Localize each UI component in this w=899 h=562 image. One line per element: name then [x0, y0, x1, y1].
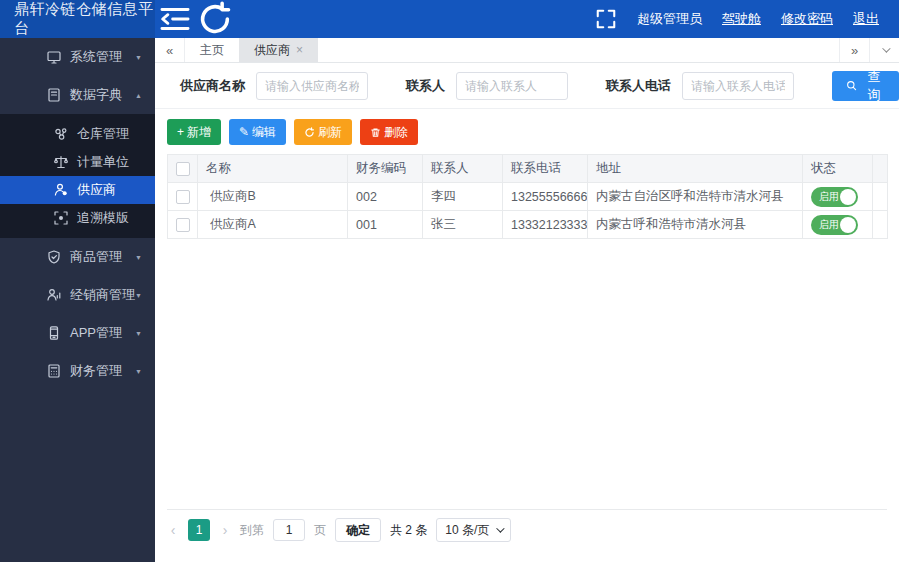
- tab-home[interactable]: 主页: [185, 38, 239, 62]
- goto-page-label: 到第: [240, 522, 264, 539]
- sidebar-item-label: 系统管理: [70, 48, 135, 66]
- sidebar-item-label: 供应商: [77, 181, 155, 199]
- tabs-menu-icon[interactable]: [869, 38, 899, 62]
- status-toggle[interactable]: 启用: [811, 215, 858, 235]
- contact-phone-label: 联系人电话: [606, 77, 671, 95]
- delete-button[interactable]: 删除: [360, 119, 418, 145]
- column-header-code: 财务编码: [348, 155, 423, 183]
- tab-supplier[interactable]: 供应商 ×: [239, 38, 318, 62]
- query-button[interactable]: 查询: [832, 71, 899, 101]
- calculator-icon: [46, 363, 62, 379]
- supplier-name-input[interactable]: [256, 72, 368, 100]
- supplier-name-label: 供应商名称: [180, 77, 245, 95]
- pencil-icon: ✎: [239, 126, 249, 138]
- refresh-button[interactable]: 刷新: [294, 119, 352, 145]
- select-all-checkbox[interactable]: [176, 162, 190, 176]
- sidebar-item-label: 商品管理: [70, 248, 135, 266]
- goto-confirm-button[interactable]: 确定: [335, 518, 381, 542]
- pagination: ‹ 1 › 到第 页 确定 共 2 条 10 条/页: [167, 509, 887, 542]
- row-checkbox[interactable]: [176, 218, 190, 232]
- table-panel: + 新增 ✎ 编辑 刷新 删除: [155, 109, 899, 562]
- cell-phone: 13332123333: [503, 211, 588, 239]
- prev-page-icon[interactable]: ‹: [167, 522, 179, 538]
- refresh-button-label: 刷新: [318, 124, 342, 141]
- sidebar-item-dictionary[interactable]: 数据字典 ▲: [0, 76, 155, 114]
- column-header-filler: [873, 155, 888, 183]
- sidebar-item-system[interactable]: 系统管理 ▼: [0, 38, 155, 76]
- sidebar-item-trace-template[interactable]: 追溯模版: [0, 204, 155, 232]
- sidebar-item-finance[interactable]: 财务管理 ▼: [0, 352, 155, 390]
- sidebar-item-app[interactable]: APP管理 ▼: [0, 314, 155, 352]
- search-group-phone: 联系人电话: [606, 72, 794, 100]
- chevron-down-icon: ▼: [135, 254, 142, 261]
- next-page-icon[interactable]: ›: [219, 522, 231, 538]
- sidebar-submenu: 仓库管理 计量单位 供应商 追溯模版: [0, 114, 155, 238]
- refresh-icon[interactable]: [195, 0, 235, 38]
- contact-input[interactable]: [456, 72, 568, 100]
- table-row[interactable]: 供应商B 002 李四 13255556666 内蒙古自治区呼和浩特市清水河县 …: [168, 183, 888, 211]
- tabs-scroll-right-icon[interactable]: »: [839, 38, 869, 62]
- scale-icon: [53, 154, 69, 170]
- sidebar-item-goods[interactable]: 商品管理 ▼: [0, 238, 155, 276]
- chevron-down-icon: ▼: [135, 368, 142, 375]
- page-size-value: 10 条/页: [445, 522, 489, 539]
- search-group-name: 供应商名称: [180, 72, 368, 100]
- panel-spacer: [167, 239, 887, 509]
- phone-icon: [46, 325, 62, 341]
- close-icon[interactable]: ×: [296, 44, 303, 56]
- add-button[interactable]: + 新增: [167, 119, 221, 145]
- cell-address: 内蒙古自治区呼和浩特市清水河县: [588, 183, 803, 211]
- sidebar-item-unit[interactable]: 计量单位: [0, 148, 155, 176]
- chevron-down-icon: ▼: [135, 330, 142, 337]
- column-header-status: 状态: [803, 155, 873, 183]
- tabs-scroll-left-icon[interactable]: «: [155, 38, 185, 62]
- delete-button-label: 删除: [384, 124, 408, 141]
- toggle-knob: [840, 217, 856, 233]
- chevron-up-icon: ▲: [135, 92, 142, 99]
- sidebar-item-label: APP管理: [70, 324, 135, 342]
- toolbar: + 新增 ✎ 编辑 刷新 删除: [167, 119, 887, 145]
- sidebar-item-label: 仓库管理: [77, 125, 155, 143]
- chevron-down-icon: ▼: [135, 54, 142, 61]
- collapse-sidebar-icon[interactable]: [155, 0, 195, 38]
- search-group-contact: 联系人: [406, 72, 568, 100]
- refresh-icon: [304, 127, 315, 138]
- warehouse-icon: [53, 126, 69, 142]
- trash-icon: [370, 127, 381, 138]
- tab-bar-right: »: [839, 38, 899, 62]
- plus-icon: +: [177, 126, 184, 138]
- sidebar-item-dealer[interactable]: 经销商管理 ▼: [0, 276, 155, 314]
- cell-name: 供应商B: [198, 183, 348, 211]
- chevron-down-icon: [882, 44, 890, 52]
- query-button-label: 查询: [863, 68, 885, 104]
- tab-label: 主页: [200, 42, 224, 59]
- cell-phone: 13255556666: [503, 183, 588, 211]
- current-page-button[interactable]: 1: [188, 519, 210, 541]
- chevron-down-icon: ▼: [135, 292, 142, 299]
- cell-contact: 李四: [423, 183, 503, 211]
- sidebar-item-supplier[interactable]: 供应商: [0, 176, 155, 204]
- sidebar-item-label: 计量单位: [77, 153, 155, 171]
- fullscreen-icon[interactable]: [595, 0, 617, 38]
- page-size-select[interactable]: 10 条/页: [436, 518, 511, 542]
- column-header-contact: 联系人: [423, 155, 503, 183]
- logout-link[interactable]: 退出: [853, 10, 879, 28]
- sidebar-item-warehouse[interactable]: 仓库管理: [0, 120, 155, 148]
- status-toggle[interactable]: 启用: [811, 187, 858, 207]
- change-password-link[interactable]: 修改密码: [781, 10, 833, 28]
- monitor-icon: [46, 49, 62, 65]
- edit-button[interactable]: ✎ 编辑: [229, 119, 286, 145]
- row-checkbox[interactable]: [176, 190, 190, 204]
- status-label: 启用: [819, 218, 839, 232]
- cockpit-link[interactable]: 驾驶舱: [722, 10, 761, 28]
- contact-phone-input[interactable]: [682, 72, 794, 100]
- cell-filler: [873, 211, 888, 239]
- sidebar-item-label: 追溯模版: [77, 209, 155, 227]
- table-row[interactable]: 供应商A 001 张三 13332123333 内蒙古呼和浩特市清水河县 启用: [168, 211, 888, 239]
- goto-page-input[interactable]: [273, 519, 305, 541]
- edit-button-label: 编辑: [252, 124, 276, 141]
- page-unit-label: 页: [314, 522, 326, 539]
- user-role: 超级管理员: [637, 10, 702, 28]
- toggle-knob: [840, 189, 856, 205]
- tab-label: 供应商: [254, 42, 290, 59]
